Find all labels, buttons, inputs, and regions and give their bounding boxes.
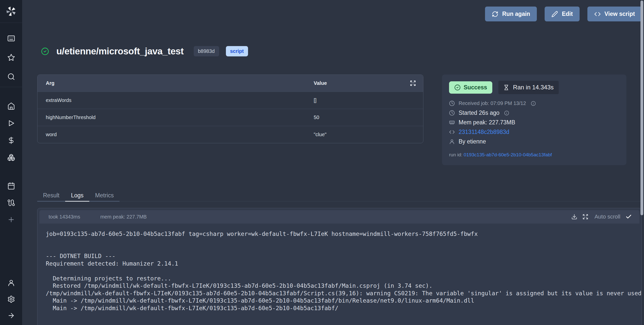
run-id-row: run id: 0193c135-ab7d-60e5-2b10-04b5ac13… (449, 152, 619, 158)
table-row: highNumberThreshold 50 (37, 109, 423, 126)
success-check-icon (41, 47, 49, 55)
code-icon (449, 129, 455, 135)
arg-name: highNumberThreshold (37, 115, 314, 120)
status-row: Success Ran in 14.343s (449, 81, 619, 94)
content-row: Arg Value extraWords [] highNumberThresh… (37, 75, 642, 165)
run-id-link[interactable]: 0193c135-ab7d-60e5-2b10-04b5ac13fabf (464, 152, 552, 157)
edit-label: Edit (562, 11, 573, 17)
view-script-button[interactable]: View script (587, 7, 642, 21)
collapse-arrow-right-icon[interactable] (7, 312, 15, 319)
log-output[interactable]: job=0193c135-ab7d-60e5-2b10-04b5ac13fabf… (37, 224, 641, 325)
hourglass-icon (503, 85, 509, 90)
script-hash-row: 23131148c2b8983d (449, 127, 619, 137)
memory-icon (449, 120, 455, 125)
windmill-logo-icon (6, 6, 16, 17)
info-icon[interactable] (504, 111, 509, 116)
code-icon (594, 11, 601, 17)
received-label: Received job: 07:09 PM 13/12 (459, 100, 526, 106)
expand-log-icon[interactable] (582, 214, 588, 220)
auto-scroll-label: Auto scroll (594, 213, 620, 220)
expand-args-icon[interactable] (410, 80, 416, 86)
author-label: By etienne (459, 138, 486, 145)
status-badge: Success (449, 81, 492, 94)
log-actions: Auto scroll (571, 213, 632, 220)
result-tabs: Result Logs Metrics (37, 190, 642, 201)
account-user-icon[interactable] (7, 279, 15, 287)
sidebar (0, 0, 22, 325)
mem-peak-row: Mem peak: 227.73MB (449, 118, 619, 127)
log-took-label: took 14343ms (49, 214, 80, 220)
run-id-label: run id: (449, 152, 462, 157)
run-info-list: Received job: 07:09 PM 13/12 Started 26s… (449, 99, 619, 147)
arg-name: extraWords (37, 97, 314, 103)
args-table: Arg Value extraWords [] highNumberThresh… (37, 75, 423, 143)
page-title: u/etienne/microsoft_java_test (56, 46, 184, 57)
started-label: Started 26s ago (459, 110, 499, 116)
started-row: Started 26s ago (449, 108, 619, 118)
auto-scroll-checkbox[interactable] (625, 213, 632, 220)
arg-name: word (37, 132, 314, 137)
script-kind-badge: script (226, 46, 248, 56)
value-column-header: Value (314, 80, 410, 86)
mem-peak-label: Mem peak: 227.73MB (459, 119, 515, 126)
variables-dollar-icon[interactable] (7, 136, 15, 144)
log-panel: took 14343ms mem peak: 227.7MB Auto scro… (37, 208, 642, 325)
log-mem-peak-label: mem peak: 227.7MB (100, 214, 147, 220)
tab-logs[interactable]: Logs (65, 190, 89, 202)
run-again-button[interactable]: Run again (485, 7, 537, 21)
routes-icon[interactable] (7, 199, 15, 207)
arg-column-header: Arg (37, 80, 314, 86)
log-panel-header: took 14343ms mem peak: 227.7MB Auto scro… (39, 210, 639, 224)
script-hash-link[interactable]: 23131148c2b8983d (459, 129, 509, 135)
table-row: word "clue" (37, 126, 423, 143)
main-content: Run again Edit View script u/etienne/mic… (22, 0, 644, 325)
refresh-icon (492, 11, 498, 17)
sidebar-divider (0, 87, 22, 87)
download-icon[interactable] (571, 214, 577, 220)
status-label: Success (464, 84, 487, 91)
resources-boxes-icon[interactable] (7, 154, 15, 161)
duration-chip: Ran in 14.343s (498, 81, 558, 94)
info-icon[interactable] (531, 101, 536, 106)
author-row: By etienne (449, 137, 619, 147)
arg-value: [] (314, 97, 423, 103)
args-table-header: Arg Value (37, 75, 423, 92)
schedules-calendar-icon[interactable] (7, 182, 15, 190)
user-icon (449, 139, 455, 145)
home-icon[interactable] (7, 102, 15, 110)
check-circle-icon (454, 84, 461, 91)
run-info-panel: Success Ran in 14.343s Received job: 07:… (442, 75, 626, 165)
windmill-logo[interactable] (0, 0, 22, 23)
pencil-icon (551, 11, 558, 17)
view-script-label: View script (605, 11, 635, 17)
toolbar: Run again Edit View script (485, 7, 642, 21)
arg-value: "clue" (314, 132, 423, 137)
runs-play-icon[interactable] (7, 119, 15, 127)
tab-result[interactable]: Result (37, 190, 65, 202)
apps-icon[interactable] (7, 34, 15, 42)
arg-value: 50 (314, 115, 423, 120)
clock-icon (449, 110, 455, 116)
favorites-star-icon[interactable] (7, 54, 15, 61)
clock-icon (449, 100, 455, 106)
edit-button[interactable]: Edit (545, 7, 579, 21)
run-again-label: Run again (502, 11, 530, 17)
page-header: u/etienne/microsoft_java_test b8983d scr… (37, 40, 642, 63)
script-hash-badge: b8983d (194, 46, 219, 56)
tab-metrics[interactable]: Metrics (89, 190, 119, 202)
page-scrollbar[interactable] (640, 1, 643, 215)
search-icon[interactable] (7, 73, 15, 81)
table-row: extraWords [] (37, 92, 423, 109)
duration-label: Ran in 14.343s (513, 84, 553, 91)
settings-gear-icon[interactable] (7, 295, 15, 303)
received-row: Received job: 07:09 PM 13/12 (449, 99, 619, 108)
add-plus-icon[interactable] (7, 216, 15, 224)
